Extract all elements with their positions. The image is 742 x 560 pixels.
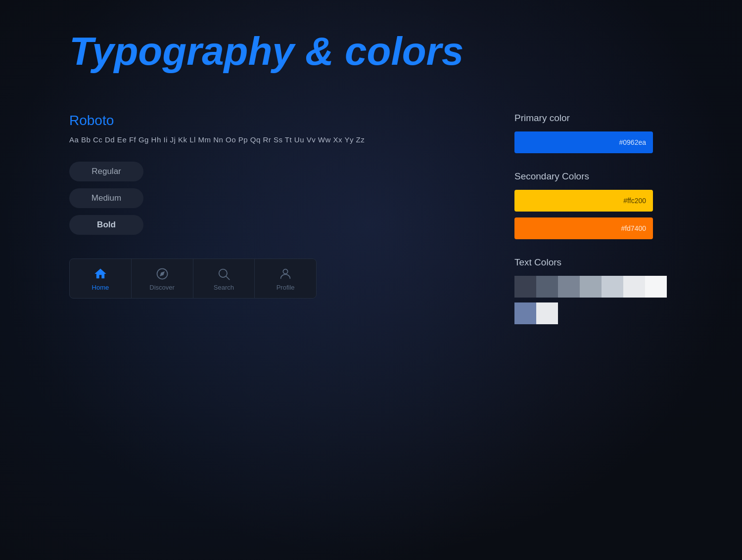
- text-swatch-7: [645, 276, 667, 298]
- text-swatch-white: [536, 302, 558, 324]
- bottom-nav: Home Discover Search: [69, 258, 317, 299]
- nav-label-profile: Profile: [277, 284, 295, 291]
- nav-label-discover: Discover: [149, 284, 175, 291]
- text-colors-section: Text Colors: [514, 257, 673, 324]
- primary-color-hex: #0962ea: [619, 138, 646, 146]
- text-colors-title: Text Colors: [514, 257, 673, 268]
- secondary-colors-title: Secondary Colors: [514, 171, 673, 182]
- secondary-colors-section: Secondary Colors #ffc200 #fd7400: [514, 171, 673, 239]
- home-icon: [93, 267, 107, 281]
- text-swatch-3: [558, 276, 580, 298]
- search-icon: [217, 267, 231, 281]
- nav-item-profile[interactable]: Profile: [255, 259, 316, 298]
- svg-marker-1: [160, 271, 165, 276]
- weight-badges-container: Regular Medium Bold: [69, 162, 475, 235]
- page-title: Typography & colors: [69, 30, 673, 73]
- primary-color-title: Primary color: [514, 113, 673, 124]
- text-swatch-accent: [514, 302, 536, 324]
- secondary-color-hex-1: #ffc200: [623, 197, 646, 205]
- user-icon: [278, 267, 292, 281]
- font-name-label: Roboto: [69, 113, 475, 129]
- primary-color-bar: #0962ea: [514, 131, 653, 153]
- text-swatch-1: [514, 276, 536, 298]
- secondary-color-hex-2: #fd7400: [621, 224, 646, 232]
- svg-point-2: [219, 269, 227, 277]
- text-swatch-6: [623, 276, 645, 298]
- text-swatch-5: [602, 276, 623, 298]
- weight-badge-bold: Bold: [69, 215, 143, 235]
- svg-point-4: [283, 269, 287, 274]
- nav-label-home: Home: [92, 284, 109, 291]
- nav-item-search[interactable]: Search: [193, 259, 255, 298]
- secondary-color-bar-2: #fd7400: [514, 217, 653, 239]
- weight-badge-regular: Regular: [69, 162, 143, 181]
- primary-color-section: Primary color #0962ea: [514, 113, 673, 153]
- nav-label-search: Search: [214, 284, 234, 291]
- weight-badge-medium: Medium: [69, 188, 143, 208]
- nav-item-home[interactable]: Home: [70, 259, 132, 298]
- text-colors-row2: [514, 302, 673, 324]
- alphabet-display: Aa Bb Cc Dd Ee Ff Gg Hh Ii Jj Kk Ll Mm N…: [69, 135, 475, 144]
- text-colors-row1: [514, 276, 673, 298]
- secondary-color-bar-1: #ffc200: [514, 190, 653, 212]
- text-swatch-2: [536, 276, 558, 298]
- svg-line-3: [227, 276, 230, 279]
- text-swatch-4: [580, 276, 602, 298]
- nav-item-discover[interactable]: Discover: [132, 259, 193, 298]
- compass-icon: [155, 267, 169, 281]
